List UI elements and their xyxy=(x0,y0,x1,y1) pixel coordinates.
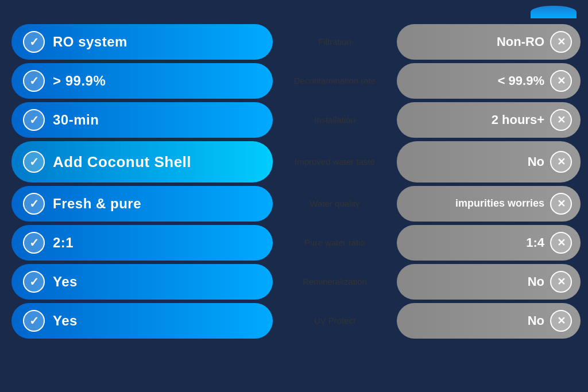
right-label-pure-water: 1:4 xyxy=(414,235,550,250)
x-icon-uv-protect xyxy=(550,310,572,332)
check-icon-uv-protect xyxy=(23,310,45,332)
middle-label-coconut: Improved water taste xyxy=(295,156,375,168)
row-coconut: Add Coconut Shell Improved water taste N… xyxy=(11,141,577,183)
middle-label-pure-water: Pure water ratio xyxy=(304,237,365,249)
check-icon-pure-water xyxy=(23,232,45,254)
row-water-quality: Fresh & pure Water quality impurities wo… xyxy=(11,186,577,222)
x-icon-remineralization xyxy=(550,271,572,293)
middle-cell-installation: Installation xyxy=(277,114,392,126)
check-icon-filtration xyxy=(23,31,45,53)
middle-cell-decontamination: Decontamination rate xyxy=(277,75,392,87)
middle-label-remineralization: Remineralization xyxy=(303,276,367,288)
middle-label-uv-protect: UV Protect xyxy=(314,315,356,327)
middle-cell-uv-protect: UV Protect xyxy=(277,315,392,327)
right-cell-decontamination: < 99.9% xyxy=(397,63,581,99)
right-cell-filtration: Non-RO xyxy=(397,24,581,60)
left-cell-coconut: Add Coconut Shell xyxy=(11,141,273,183)
left-cell-filtration: RO system xyxy=(11,24,273,60)
x-icon-filtration xyxy=(550,31,572,53)
middle-cell-coconut: Improved water taste xyxy=(277,156,392,168)
check-icon-water-quality xyxy=(23,193,45,215)
check-icon-installation xyxy=(23,109,45,131)
row-remineralization: Yes Remineralization No xyxy=(11,264,577,300)
left-label-decontamination: > 99.9% xyxy=(53,73,106,89)
left-cell-water-quality: Fresh & pure xyxy=(11,186,273,222)
right-label-installation: 2 hours+ xyxy=(414,112,550,127)
middle-cell-water-quality: Water quality xyxy=(277,198,392,209)
right-cell-pure-water: 1:4 xyxy=(397,225,581,261)
row-decontamination: > 99.9% Decontamination rate < 99.9% xyxy=(11,63,577,99)
middle-label-water-quality: Water quality xyxy=(310,198,360,209)
row-pure-water: 2:1 Pure water ratio 1:4 xyxy=(11,225,577,261)
row-uv-protect: Yes UV Protect No xyxy=(11,303,577,339)
left-label-coconut: Add Coconut Shell xyxy=(53,153,191,171)
left-label-pure-water: 2:1 xyxy=(53,235,74,251)
left-label-uv-protect: Yes xyxy=(53,313,78,329)
right-cell-installation: 2 hours+ xyxy=(397,102,581,138)
middle-cell-filtration: Filtration xyxy=(277,36,392,48)
check-icon-remineralization xyxy=(23,271,45,293)
row-filtration: RO system Filtration Non-RO xyxy=(11,24,577,60)
check-icon-coconut xyxy=(23,151,45,173)
right-label-filtration: Non-RO xyxy=(414,34,550,49)
left-cell-decontamination: > 99.9% xyxy=(11,63,273,99)
left-cell-remineralization: Yes xyxy=(11,264,273,300)
check-icon-decontamination xyxy=(23,70,45,92)
middle-label-filtration: Filtration xyxy=(318,36,351,48)
right-cell-uv-protect: No xyxy=(397,303,581,339)
x-icon-water-quality xyxy=(550,193,572,215)
x-icon-coconut xyxy=(550,151,572,173)
middle-cell-remineralization: Remineralization xyxy=(277,276,392,288)
right-label-decontamination: < 99.9% xyxy=(414,73,550,88)
left-label-installation: 30-min xyxy=(53,112,99,128)
middle-label-installation: Installation xyxy=(314,114,355,126)
left-label-water-quality: Fresh & pure xyxy=(53,196,141,212)
x-icon-installation xyxy=(550,109,572,131)
right-label-water-quality: impurities worries xyxy=(414,197,550,210)
left-cell-pure-water: 2:1 xyxy=(11,225,273,261)
middle-label-decontamination: Decontamination rate xyxy=(294,75,376,87)
right-cell-remineralization: No xyxy=(397,264,581,300)
left-cell-installation: 30-min xyxy=(11,102,273,138)
right-label-coconut: No xyxy=(414,154,550,169)
left-label-filtration: RO system xyxy=(53,34,127,50)
right-label-remineralization: No xyxy=(414,274,550,289)
row-installation: 30-min Installation 2 hours+ xyxy=(11,102,577,138)
middle-cell-pure-water: Pure water ratio xyxy=(277,237,392,249)
left-cell-uv-protect: Yes xyxy=(11,303,273,339)
right-cell-water-quality: impurities worries xyxy=(397,186,581,222)
x-icon-decontamination xyxy=(550,70,572,92)
right-label-uv-protect: No xyxy=(414,313,550,328)
top-indicator xyxy=(531,6,577,18)
comparison-table: RO system Filtration Non-RO > 99.9% Deco… xyxy=(11,24,577,339)
right-cell-coconut: No xyxy=(397,141,581,183)
left-label-remineralization: Yes xyxy=(53,274,78,290)
x-icon-pure-water xyxy=(550,232,572,254)
